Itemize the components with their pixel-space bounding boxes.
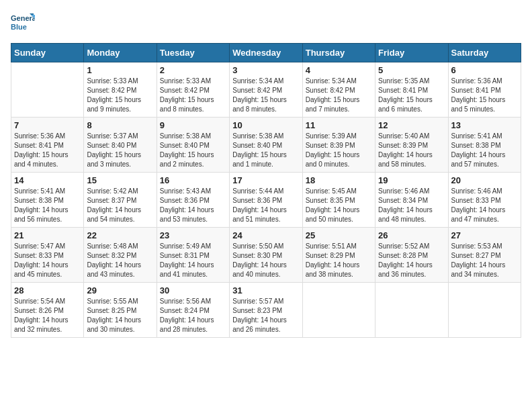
weekday-header-tuesday: Tuesday — [157, 44, 229, 62]
calendar-cell-w3-d7: 20 Sunrise: 5:46 AMSunset: 8:33 PMDaylig… — [448, 173, 521, 228]
day-number: 28 — [14, 285, 81, 295]
calendar-cell-w5-d7 — [448, 283, 521, 338]
calendar-cell-w5-d6 — [375, 283, 448, 338]
calendar-cell-w4-d6: 26 Sunrise: 5:52 AMSunset: 8:28 PMDaylig… — [375, 228, 448, 283]
day-info: Sunrise: 5:46 AMSunset: 8:34 PMDaylight:… — [378, 187, 445, 224]
calendar-table: SundayMondayTuesdayWednesdayThursdayFrid… — [11, 43, 521, 338]
weekday-header-wednesday: Wednesday — [230, 44, 302, 62]
calendar-cell-w1-d6: 5 Sunrise: 5:35 AMSunset: 8:41 PMDayligh… — [375, 62, 448, 118]
day-number: 20 — [451, 175, 518, 185]
day-number: 26 — [378, 230, 445, 240]
day-number: 24 — [232, 230, 299, 240]
day-info: Sunrise: 5:45 AMSunset: 8:35 PMDaylight:… — [306, 187, 372, 224]
day-number: 12 — [378, 120, 445, 130]
day-number: 9 — [160, 120, 226, 130]
day-number: 23 — [160, 230, 226, 240]
day-number: 19 — [378, 175, 445, 185]
day-info: Sunrise: 5:44 AMSunset: 8:36 PMDaylight:… — [232, 187, 299, 224]
calendar-cell-w2-d1: 7 Sunrise: 5:36 AMSunset: 8:41 PMDayligh… — [11, 118, 84, 173]
day-info: Sunrise: 5:35 AMSunset: 8:41 PMDaylight:… — [378, 77, 445, 114]
calendar-cell-w4-d5: 25 Sunrise: 5:51 AMSunset: 8:29 PMDaylig… — [302, 228, 375, 283]
day-info: Sunrise: 5:46 AMSunset: 8:33 PMDaylight:… — [451, 187, 518, 224]
calendar-cell-w2-d7: 13 Sunrise: 5:41 AMSunset: 8:38 PMDaylig… — [448, 118, 521, 173]
calendar-cell-w5-d2: 29 Sunrise: 5:55 AMSunset: 8:25 PMDaylig… — [84, 283, 157, 338]
day-number: 3 — [232, 65, 299, 75]
calendar-cell-w2-d4: 10 Sunrise: 5:38 AMSunset: 8:40 PMDaylig… — [230, 118, 302, 173]
day-info: Sunrise: 5:50 AMSunset: 8:30 PMDaylight:… — [232, 242, 299, 279]
day-info: Sunrise: 5:40 AMSunset: 8:39 PMDaylight:… — [378, 132, 445, 169]
calendar-cell-w1-d2: 1 Sunrise: 5:33 AMSunset: 8:42 PMDayligh… — [84, 62, 157, 118]
day-info: Sunrise: 5:51 AMSunset: 8:29 PMDaylight:… — [306, 242, 372, 279]
calendar-week-4: 21 Sunrise: 5:47 AMSunset: 8:33 PMDaylig… — [11, 228, 521, 283]
day-number: 10 — [232, 120, 299, 130]
calendar-cell-w1-d4: 3 Sunrise: 5:34 AMSunset: 8:42 PMDayligh… — [230, 62, 302, 118]
page-header: General Blue — [11, 11, 521, 35]
day-number: 11 — [306, 120, 372, 130]
day-info: Sunrise: 5:47 AMSunset: 8:33 PMDaylight:… — [14, 242, 81, 279]
day-number: 22 — [87, 230, 153, 240]
calendar-cell-w1-d7: 6 Sunrise: 5:36 AMSunset: 8:41 PMDayligh… — [448, 62, 521, 118]
day-number: 2 — [160, 65, 226, 75]
logo-svg: General Blue — [11, 11, 35, 35]
calendar-cell-w5-d1: 28 Sunrise: 5:54 AMSunset: 8:26 PMDaylig… — [11, 283, 84, 338]
calendar-cell-w2-d2: 8 Sunrise: 5:37 AMSunset: 8:40 PMDayligh… — [84, 118, 157, 173]
day-info: Sunrise: 5:49 AMSunset: 8:31 PMDaylight:… — [160, 242, 226, 279]
day-info: Sunrise: 5:34 AMSunset: 8:42 PMDaylight:… — [232, 77, 299, 114]
calendar-cell-w3-d1: 14 Sunrise: 5:41 AMSunset: 8:38 PMDaylig… — [11, 173, 84, 228]
weekday-header-friday: Friday — [375, 44, 448, 62]
day-info: Sunrise: 5:52 AMSunset: 8:28 PMDaylight:… — [378, 242, 445, 279]
day-info: Sunrise: 5:38 AMSunset: 8:40 PMDaylight:… — [160, 132, 226, 169]
calendar-cell-w3-d4: 17 Sunrise: 5:44 AMSunset: 8:36 PMDaylig… — [230, 173, 302, 228]
day-info: Sunrise: 5:41 AMSunset: 8:38 PMDaylight:… — [14, 187, 81, 224]
logo: General Blue — [11, 11, 35, 35]
calendar-cell-w4-d4: 24 Sunrise: 5:50 AMSunset: 8:30 PMDaylig… — [230, 228, 302, 283]
weekday-header-sunday: Sunday — [11, 44, 84, 62]
calendar-cell-w3-d3: 16 Sunrise: 5:43 AMSunset: 8:36 PMDaylig… — [157, 173, 229, 228]
day-info: Sunrise: 5:38 AMSunset: 8:40 PMDaylight:… — [232, 132, 299, 169]
day-number: 17 — [232, 175, 299, 185]
calendar-cell-w2-d6: 12 Sunrise: 5:40 AMSunset: 8:39 PMDaylig… — [375, 118, 448, 173]
weekday-header-thursday: Thursday — [302, 44, 375, 62]
day-info: Sunrise: 5:53 AMSunset: 8:27 PMDaylight:… — [451, 242, 518, 279]
day-info: Sunrise: 5:36 AMSunset: 8:41 PMDaylight:… — [14, 132, 81, 169]
day-number: 4 — [306, 65, 372, 75]
svg-text:Blue: Blue — [11, 23, 27, 31]
calendar-week-1: 1 Sunrise: 5:33 AMSunset: 8:42 PMDayligh… — [11, 62, 521, 118]
day-number: 16 — [160, 175, 226, 185]
calendar-cell-w3-d6: 19 Sunrise: 5:46 AMSunset: 8:34 PMDaylig… — [375, 173, 448, 228]
day-number: 27 — [451, 230, 518, 240]
weekday-header-saturday: Saturday — [448, 44, 521, 62]
day-info: Sunrise: 5:54 AMSunset: 8:26 PMDaylight:… — [14, 297, 81, 334]
day-number: 5 — [378, 65, 445, 75]
calendar-cell-w2-d3: 9 Sunrise: 5:38 AMSunset: 8:40 PMDayligh… — [157, 118, 229, 173]
day-number: 21 — [14, 230, 81, 240]
day-info: Sunrise: 5:48 AMSunset: 8:32 PMDaylight:… — [87, 242, 153, 279]
day-info: Sunrise: 5:39 AMSunset: 8:39 PMDaylight:… — [306, 132, 372, 169]
weekday-header-monday: Monday — [84, 44, 157, 62]
day-number: 15 — [87, 175, 153, 185]
day-number: 25 — [306, 230, 372, 240]
calendar-week-3: 14 Sunrise: 5:41 AMSunset: 8:38 PMDaylig… — [11, 173, 521, 228]
weekday-header-row: SundayMondayTuesdayWednesdayThursdayFrid… — [11, 44, 521, 62]
svg-text:General: General — [11, 14, 35, 22]
day-info: Sunrise: 5:42 AMSunset: 8:37 PMDaylight:… — [87, 187, 153, 224]
day-info: Sunrise: 5:56 AMSunset: 8:24 PMDaylight:… — [160, 297, 226, 334]
day-number: 14 — [14, 175, 81, 185]
calendar-cell-w1-d5: 4 Sunrise: 5:34 AMSunset: 8:42 PMDayligh… — [302, 62, 375, 118]
day-number: 29 — [87, 285, 153, 295]
day-info: Sunrise: 5:57 AMSunset: 8:23 PMDaylight:… — [232, 297, 299, 334]
calendar-week-5: 28 Sunrise: 5:54 AMSunset: 8:26 PMDaylig… — [11, 283, 521, 338]
calendar-cell-w3-d5: 18 Sunrise: 5:45 AMSunset: 8:35 PMDaylig… — [302, 173, 375, 228]
day-info: Sunrise: 5:33 AMSunset: 8:42 PMDaylight:… — [160, 77, 226, 114]
calendar-cell-w4-d2: 22 Sunrise: 5:48 AMSunset: 8:32 PMDaylig… — [84, 228, 157, 283]
calendar-cell-w5-d3: 30 Sunrise: 5:56 AMSunset: 8:24 PMDaylig… — [157, 283, 229, 338]
calendar-cell-w4-d7: 27 Sunrise: 5:53 AMSunset: 8:27 PMDaylig… — [448, 228, 521, 283]
calendar-cell-w4-d1: 21 Sunrise: 5:47 AMSunset: 8:33 PMDaylig… — [11, 228, 84, 283]
day-number: 8 — [87, 120, 153, 130]
day-info: Sunrise: 5:36 AMSunset: 8:41 PMDaylight:… — [451, 77, 518, 114]
day-number: 13 — [451, 120, 518, 130]
calendar-cell-w3-d2: 15 Sunrise: 5:42 AMSunset: 8:37 PMDaylig… — [84, 173, 157, 228]
day-info: Sunrise: 5:34 AMSunset: 8:42 PMDaylight:… — [306, 77, 372, 114]
calendar-cell-w5-d4: 31 Sunrise: 5:57 AMSunset: 8:23 PMDaylig… — [230, 283, 302, 338]
calendar-cell-w1-d1 — [11, 62, 84, 118]
